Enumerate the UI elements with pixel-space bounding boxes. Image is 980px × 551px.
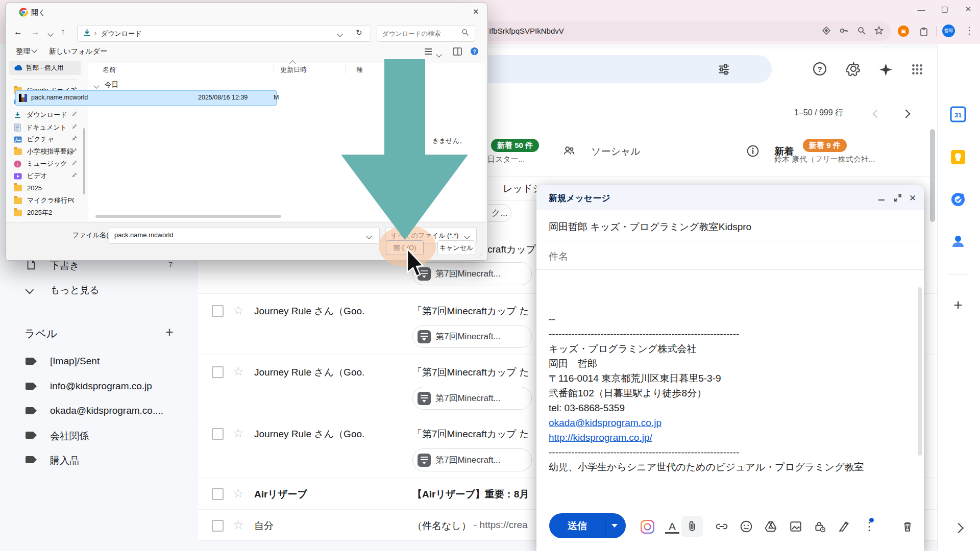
- sidebar-scrollbar[interactable]: [83, 128, 85, 194]
- sidebar-item-drafts[interactable]: 下書き: [50, 259, 79, 272]
- attach-file-icon[interactable]: [685, 519, 699, 534]
- sidebar-item[interactable]: ドキュメント: [14, 121, 67, 134]
- sidebar-label[interactable]: info@kidsprogram.co.jp: [50, 381, 152, 392]
- sidebar-item[interactable]: ダウンロード: [14, 109, 67, 121]
- settings-gear-icon[interactable]: [845, 60, 862, 78]
- column-type[interactable]: 種: [356, 65, 363, 74]
- row-checkbox[interactable]: [212, 366, 224, 378]
- sidebar-item-onedrive[interactable]: 哲郎 - 個人用: [9, 61, 81, 75]
- signature-url-link[interactable]: http://kidsprogram.co.jp/: [549, 432, 652, 443]
- up-icon[interactable]: ↑: [61, 27, 65, 37]
- discard-draft-icon[interactable]: [900, 519, 915, 534]
- sidebar-item-more[interactable]: もっと見る: [50, 284, 100, 297]
- organize-button[interactable]: 整理: [16, 47, 36, 56]
- sidebar-item[interactable]: ビデオ: [14, 170, 47, 182]
- compose-header[interactable]: 新規メッセージ ✕: [536, 185, 924, 210]
- new-folder-button[interactable]: 新しいフォルダー: [49, 47, 107, 56]
- sidebar-item[interactable]: 小学校指導要録: [14, 145, 74, 158]
- insert-signature-icon[interactable]: [837, 519, 851, 534]
- keep-icon[interactable]: [949, 148, 967, 166]
- back-icon[interactable]: ←: [14, 27, 22, 37]
- compose-body[interactable]: -- -------------------------------------…: [549, 312, 906, 474]
- window-maximize-button[interactable]: ▢: [939, 3, 951, 15]
- sidebar-item[interactable]: ♪ミュージック: [14, 158, 67, 170]
- address-breadcrumb[interactable]: › ダウンロード ↻: [77, 25, 371, 42]
- selected-file-row[interactable]: pack.name.mcworld 2025/08/16 12:39 M: [15, 90, 277, 106]
- close-icon[interactable]: ✕: [907, 192, 918, 204]
- row-star-icon[interactable]: ☆: [233, 305, 244, 315]
- reader-mode-icon[interactable]: [820, 24, 833, 37]
- row-star-icon[interactable]: ☆: [233, 488, 244, 498]
- view-mode-icon[interactable]: [424, 48, 434, 58]
- cancel-button[interactable]: キャンセル: [437, 240, 475, 255]
- mail-sender[interactable]: 自分: [254, 519, 407, 533]
- add-label-icon[interactable]: +: [165, 324, 174, 340]
- popout-icon[interactable]: [892, 192, 903, 204]
- search-options-tune-icon[interactable]: [716, 62, 731, 77]
- formatting-icon[interactable]: A: [665, 521, 679, 534]
- row-star-icon[interactable]: ☆: [233, 366, 244, 377]
- refresh-icon[interactable]: ↻: [356, 28, 362, 37]
- row-checkbox[interactable]: [212, 305, 224, 317]
- subject-field[interactable]: 件名: [536, 240, 924, 270]
- compose-scrollbar[interactable]: [918, 287, 922, 456]
- gemini-icon[interactable]: [878, 62, 893, 77]
- recent-locations-icon[interactable]: [48, 30, 53, 39]
- sidebar-label[interactable]: 購入品: [50, 454, 79, 467]
- sidebar-label[interactable]: 会社関係: [50, 430, 89, 443]
- column-date[interactable]: 更新日時: [280, 65, 307, 74]
- mail-sender[interactable]: Airリザーブ: [254, 488, 407, 501]
- group-today[interactable]: 今日: [105, 80, 118, 89]
- mail-subject[interactable]: （件名なし）: [412, 519, 474, 533]
- window-close-button[interactable]: ✕: [962, 3, 974, 15]
- bookmark-star-icon[interactable]: [872, 24, 886, 37]
- mail-subject[interactable]: 【Airリザーブ】重要：8月: [412, 488, 536, 501]
- breadcrumb-path[interactable]: ダウンロード: [101, 29, 142, 38]
- insert-emoji-icon[interactable]: [739, 519, 753, 534]
- resize-grip[interactable]: ⋰: [478, 253, 483, 259]
- chrome-profile-avatar[interactable]: 哲郎: [942, 24, 955, 37]
- mail-subject[interactable]: 「第7回Minecraftカップ た: [412, 305, 536, 318]
- row-checkbox[interactable]: [212, 488, 224, 500]
- tasks-icon[interactable]: [949, 190, 967, 209]
- attachment-chip[interactable]: 第7回Minecraft...: [412, 387, 532, 410]
- contacts-icon[interactable]: [949, 232, 967, 251]
- extension-icon[interactable]: ▣: [898, 26, 909, 37]
- calendar-icon[interactable]: 31: [949, 105, 967, 123]
- add-addon-icon[interactable]: +: [950, 297, 966, 313]
- attachment-chip[interactable]: 第7回Minecraft...: [412, 448, 532, 471]
- preview-pane-icon[interactable]: [453, 47, 462, 58]
- sidebar-label[interactable]: [Imap]/Sent: [50, 356, 100, 367]
- insert-image-icon[interactable]: [789, 519, 803, 534]
- send-button[interactable]: 送信: [549, 513, 626, 538]
- password-key-icon[interactable]: [837, 24, 850, 37]
- collapse-panel-icon[interactable]: [955, 524, 962, 534]
- sidebar-item[interactable]: 2025年2: [14, 207, 52, 219]
- row-star-icon[interactable]: ☆: [233, 520, 244, 530]
- zoom-icon[interactable]: [855, 24, 868, 37]
- main-scrollbar[interactable]: [930, 129, 935, 222]
- mail-sender[interactable]: Journey Rule さん（Goo.: [254, 305, 407, 318]
- mail-subject-fragment[interactable]: レッドシー: [503, 182, 536, 195]
- insert-drive-icon[interactable]: [764, 519, 778, 534]
- gemini-refine-icon[interactable]: [640, 519, 654, 534]
- window-minimize-button[interactable]: —: [915, 3, 927, 15]
- filename-dropdown-icon[interactable]: [367, 233, 371, 242]
- insert-link-icon[interactable]: [715, 519, 729, 534]
- send-options-caret-icon[interactable]: [611, 524, 618, 528]
- dialog-search-box[interactable]: ダウンロードの検索: [377, 25, 475, 42]
- sidebar-label[interactable]: okada@kidsprogram.co....: [50, 405, 163, 416]
- tab-social[interactable]: ソーシャル: [591, 145, 641, 158]
- minimize-icon[interactable]: [876, 192, 887, 204]
- horizontal-scrollbar[interactable]: [95, 215, 281, 218]
- attachment-chip[interactable]: 第7回Minecraft...: [412, 325, 532, 348]
- recipients-field[interactable]: 岡田哲郎 キッズ・プログラミング教室Kidspro: [536, 210, 924, 240]
- mail-subject-fragment[interactable]: craftカップ: [487, 243, 536, 256]
- mail-sender[interactable]: Journey Rule さん（Goo.: [254, 366, 407, 379]
- signature-email-link[interactable]: okada@kidsprogram.co.jp: [549, 417, 662, 428]
- column-name[interactable]: 名前: [103, 65, 116, 74]
- help-icon[interactable]: ?: [470, 47, 479, 58]
- browser-menu-icon[interactable]: ⋮: [963, 24, 976, 37]
- row-checkbox[interactable]: [212, 520, 224, 532]
- mail-sender[interactable]: Journey Rule さん（Goo.: [254, 428, 407, 441]
